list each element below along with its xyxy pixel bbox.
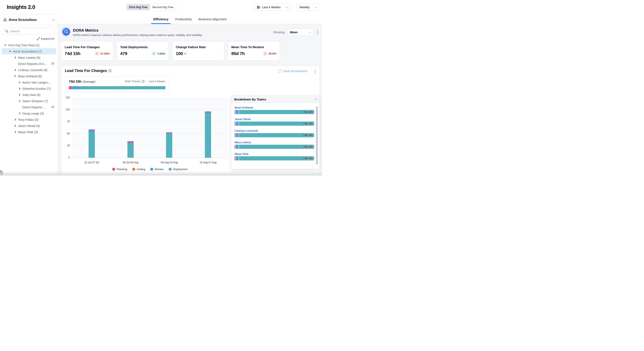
content-area: DORA Metrics DORA metrics measure softwa… — [58, 24, 322, 176]
breakdown-team-link[interactable]: Lindsay Liszewski — [235, 129, 314, 132]
breakdown-team-link[interactable]: Maya Yette — [235, 152, 314, 155]
close-icon[interactable]: × — [314, 97, 317, 101]
showing-select[interactable]: Mean — [287, 29, 313, 36]
bar-segment-planning — [128, 141, 134, 143]
chevron-right-icon[interactable] — [18, 100, 20, 102]
bd-segment-planning — [235, 110, 235, 114]
chevron-down-icon[interactable] — [14, 75, 16, 77]
expand-corners-icon — [278, 70, 282, 73]
average-summary-card: 74d 15h (Average) 5030 Tickets Last 4 We… — [65, 76, 169, 92]
bd-segment-deployment: 74d 15h — [239, 156, 314, 160]
sidebar-collapse-handle[interactable] — [0, 170, 3, 176]
legend-item-deployment[interactable]: Deployment — [169, 168, 187, 171]
bd-segment-planning — [235, 145, 235, 149]
tree-item-label: Mary Lowery (6) — [18, 56, 40, 59]
info-icon[interactable] — [142, 80, 144, 83]
tree-item-first-org-tree-root-1[interactable]: First Org Tree Root (1) — [2, 42, 56, 48]
chart-plot-area — [72, 98, 228, 158]
y-axis-tick: 0 — [62, 156, 70, 159]
legend-item-planning[interactable]: Planning — [112, 168, 127, 171]
breakdown-team-link[interactable]: Mary Lowery — [235, 141, 314, 144]
legend-label: Planning — [117, 168, 127, 171]
chevron-down-icon[interactable] — [9, 50, 11, 52]
bd-segment-review — [236, 133, 238, 137]
tree-item-direct-reports[interactable]: Direct Reports ... — [2, 104, 56, 110]
chevron-down-icon[interactable] — [4, 44, 6, 46]
x-axis-label: 28 Jul-03 Aug — [111, 161, 150, 164]
chevron-right-icon[interactable] — [18, 81, 20, 83]
tree-item-anna-scozzafava-7[interactable]: Anna Scozzafava (7) — [2, 48, 56, 54]
chevron-right-icon[interactable] — [18, 112, 20, 114]
tree-item-label: Aaron Van Langen... — [22, 81, 50, 84]
tree-item-mary-lowery-6[interactable]: Mary Lowery (6) — [2, 54, 56, 61]
tab-label: Productivity — [175, 17, 192, 21]
tree-item-tony-pallas-5[interactable]: Tony Pallas (5) — [2, 116, 56, 123]
dora-section-title: DORA Metrics — [73, 28, 98, 33]
chevron-right-icon[interactable] — [14, 118, 16, 121]
bd-segment-planning — [235, 122, 235, 126]
chevron-right-icon[interactable] — [14, 125, 16, 127]
tree-item-sireesha-kunduri-7[interactable]: Sireesha Kunduri (7) — [2, 85, 56, 92]
expand-all-button[interactable]: Expand All — [4, 37, 54, 40]
breakdown-value: 74d 15h — [303, 145, 312, 148]
chevron-right-icon[interactable] — [18, 88, 20, 90]
filter-sliders-icon[interactable] — [51, 62, 54, 66]
triangle-right-icon — [1, 174, 3, 176]
chart-bar-21-jul-27-jul[interactable] — [88, 129, 95, 158]
org-tree-toggle-first[interactable]: First Org Tree — [127, 4, 150, 10]
filter-sliders-icon[interactable] — [51, 105, 54, 109]
chart-bar-04-aug-10-aug[interactable] — [166, 132, 172, 158]
sidebar-user-header[interactable]: Anna Scozzafava — [0, 15, 58, 25]
dora-kebab-menu[interactable] — [316, 30, 319, 35]
tree-item-maya-yette-3[interactable]: Maya Yette (3) — [2, 129, 56, 135]
breakdown-team-link[interactable]: Jason Stead — [235, 118, 314, 121]
chevron-right-icon[interactable] — [14, 57, 16, 59]
tab-productivity[interactable]: Productivity — [174, 14, 192, 24]
granularity-select[interactable]: Weekly — [297, 4, 319, 11]
chart-legend: PlanningCodingReviewDeployment — [72, 168, 228, 171]
org-tree-toggle-second[interactable]: Second Org Tree — [150, 4, 176, 10]
tab-efficiency[interactable]: Efficiency — [153, 14, 169, 24]
lead-time-kebab-menu[interactable] — [314, 69, 317, 74]
tree-item-aaron-van-langen[interactable]: Aaron Van Langen... — [2, 79, 56, 85]
main-area: EfficiencyProductivityBusiness Alignment… — [58, 0, 322, 176]
breakdown-phase-bar: 74d 15h — [235, 122, 314, 126]
tab-business-alignment[interactable]: Business Alignment — [198, 14, 227, 24]
search-input[interactable] — [10, 30, 52, 33]
tree-item-lindsay-liszewski-8[interactable]: Lindsay Liszewski (8) — [2, 67, 56, 73]
breakdown-value: 74d 15h — [303, 134, 312, 137]
tree-item-brian-kirkland-6[interactable]: Brian Kirkland (6) — [2, 73, 56, 79]
breakdown-value: 74d 15h — [303, 157, 312, 160]
tree-item-jason-simpson-7[interactable]: Jason Simpson (7) — [2, 98, 56, 104]
chart-bar-28-jul-03-aug[interactable] — [128, 141, 134, 158]
tree-item-doug-lange-3[interactable]: Doug Lange (3) — [2, 110, 56, 116]
info-icon[interactable] — [108, 69, 112, 72]
legend-item-coding[interactable]: Coding — [132, 168, 145, 171]
bar-segment-deployment — [205, 113, 211, 158]
chevron-right-icon[interactable] — [14, 131, 16, 133]
chart-bar-11-aug-17-aug[interactable] — [205, 111, 211, 158]
y-axis-tick: 125 — [62, 96, 70, 99]
breakdown-phase-bar: 74d 15h — [235, 110, 314, 114]
date-range-value: Last 4 Weeks — [262, 5, 284, 9]
metric-card-title: Change Failure Rate — [176, 45, 221, 49]
chevron-up-icon[interactable] — [52, 19, 54, 21]
breakdown-scrollbar[interactable] — [316, 106, 318, 165]
trend-badge: ↗27.56% — [94, 52, 110, 56]
gridline — [72, 110, 228, 110]
view-breakdown-button[interactable]: View Breakdown — [278, 69, 308, 73]
org-tree: First Org Tree Root (1)Anna Scozzafava (… — [0, 42, 58, 135]
tree-item-jason-stead-4[interactable]: Jason Stead (4) — [2, 123, 56, 129]
chevron-right-icon[interactable] — [18, 94, 20, 96]
bd-segment-deployment: 74d 15h — [239, 110, 314, 114]
tree-item-judy-saw-4[interactable]: Judy Saw (4) — [2, 92, 56, 98]
tree-item-label: Judy Saw (4) — [22, 93, 40, 97]
breakdown-team-link[interactable]: Brian Kirkland — [235, 106, 314, 109]
chevron-right-icon[interactable] — [14, 69, 16, 71]
metric-card-mean-time-to-restore: Mean Time To Restore85d 7h↗40.8% — [228, 41, 280, 61]
showing-value: Mean — [290, 31, 307, 34]
dora-section-description: DORA metrics measure software delivery p… — [73, 34, 202, 37]
date-range-select[interactable]: Last 4 Weeks — [254, 4, 290, 11]
legend-item-review[interactable]: Review — [150, 168, 164, 171]
tree-item-direct-reports-of-a[interactable]: Direct Reports of A... — [2, 61, 56, 67]
